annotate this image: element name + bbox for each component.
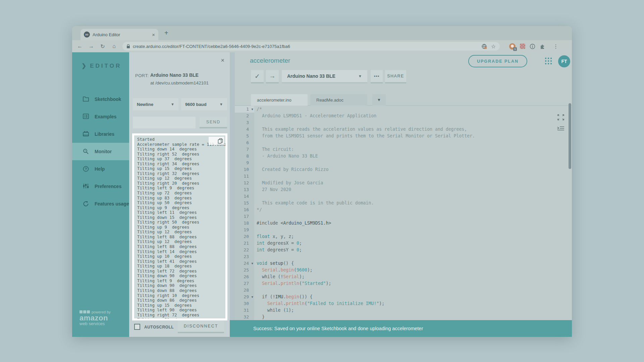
question-circle-icon: ?: [83, 166, 89, 172]
code-line[interactable]: 32 }: [235, 314, 572, 320]
serial-line: Tilting left 9 degrees: [137, 186, 225, 191]
code-line[interactable]: 29▼ if (!IMU.begin()) {: [235, 294, 572, 300]
code-line[interactable]: 10 Created by Riccardo Rizzo: [235, 166, 572, 173]
board-selector[interactable]: Arduino Nano 33 BLE▼: [282, 70, 367, 83]
upload-button[interactable]: →: [266, 70, 279, 83]
code-line[interactable]: 1▼/*: [235, 106, 572, 113]
close-panel-icon[interactable]: ×: [221, 57, 224, 64]
code-line[interactable]: 20float x, y, z;: [235, 233, 572, 240]
code-line[interactable]: 26 while (!Serial);: [235, 274, 572, 280]
code-line[interactable]: 11: [235, 173, 572, 180]
line-number: 11: [235, 173, 254, 180]
tab-close-icon[interactable]: ×: [152, 32, 155, 38]
browser-window: ∞ Arduino Editor × + ← → ↻ ⌂ create.ardu…: [72, 26, 572, 337]
code-line[interactable]: 27 Serial.println("Started");: [235, 280, 572, 287]
code-line[interactable]: 12 Modified by Jose García: [235, 180, 572, 186]
code-line[interactable]: 2 Arduino LSM9DS1 - Accelerometer Applic…: [235, 113, 572, 119]
info-icon[interactable]: [530, 44, 535, 49]
code-line[interactable]: 23: [235, 253, 572, 260]
more-actions-button[interactable]: •••: [371, 70, 383, 83]
sidebar-item-monitor[interactable]: Monitor: [72, 143, 129, 160]
code-line[interactable]: 9: [235, 160, 572, 166]
upgrade-plan-button[interactable]: UPGRADE PLAN: [468, 55, 527, 67]
disconnect-button[interactable]: DISCONNECT: [178, 320, 224, 333]
address-bar[interactable]: create.arduino.cc/editor/FT-CONTENT/cebb…: [122, 42, 500, 51]
line-number: 17: [235, 213, 254, 220]
browser-extensions-area: 1 ⋮: [505, 43, 558, 50]
browser-menu-icon[interactable]: ⋮: [553, 43, 558, 50]
code-line[interactable]: 7 The circuit:: [235, 146, 572, 153]
bookmark-star-icon[interactable]: ☆: [491, 43, 496, 50]
editor-scrollbar[interactable]: [569, 103, 571, 169]
tab-list-dropdown[interactable]: ▼: [372, 94, 386, 106]
share-button[interactable]: SHARE: [385, 70, 406, 83]
baud-rate-select[interactable]: 9600 baud▼: [181, 98, 227, 110]
code-line[interactable]: 24▼void setup() {: [235, 260, 572, 267]
back-icon[interactable]: ←: [77, 43, 83, 49]
extension-icon[interactable]: [520, 44, 525, 49]
user-avatar[interactable]: FT: [558, 55, 570, 67]
serial-line: Tilting up 9 degrees: [137, 225, 225, 230]
code-line[interactable]: 18#include <Arduino_LSM9DS1.h>: [235, 220, 572, 227]
extension-avatar-icon[interactable]: 1: [509, 43, 516, 50]
code-text: 27 Nov 2020: [254, 186, 572, 193]
sidebar-item-label: Examples: [95, 114, 116, 119]
code-line[interactable]: 19: [235, 227, 572, 233]
reload-icon[interactable]: ↻: [100, 43, 106, 50]
fullscreen-expand-icon[interactable]: [557, 114, 564, 120]
code-line[interactable]: 16*/: [235, 206, 572, 213]
code-line[interactable]: 6: [235, 139, 572, 146]
apps-grid-icon[interactable]: [544, 57, 553, 65]
line-ending-select[interactable]: Newline▼: [133, 98, 178, 110]
copy-output-button[interactable]: [209, 137, 224, 145]
code-line[interactable]: 5 from the LSM9DS1 sensor and prints the…: [235, 133, 572, 139]
code-text: [254, 139, 572, 146]
verify-button[interactable]: ✓: [251, 70, 264, 83]
chevron-down-icon: ▼: [358, 74, 362, 78]
code-text: if (!IMU.begin()) {: [254, 294, 572, 300]
sidebar-item-sketchbook[interactable]: Sketchbook: [72, 90, 129, 108]
code-line[interactable]: 3: [235, 119, 572, 126]
console-log-icon[interactable]: [557, 126, 565, 131]
code-line[interactable]: 31 while (1);: [235, 307, 572, 314]
send-button[interactable]: SEND: [200, 117, 227, 128]
autoscroll-checkbox[interactable]: [134, 324, 140, 330]
fold-arrow-icon[interactable]: ▼: [252, 294, 253, 300]
serial-line: Tilting right 20 degrees: [137, 181, 225, 186]
sidebar-item-features-usage[interactable]: Features usage: [72, 195, 129, 213]
code-line[interactable]: 14: [235, 193, 572, 200]
serial-output-box[interactable]: StartedAccelerometer sample rate = 119.0…: [132, 133, 227, 320]
code-view[interactable]: 1▼/*2 Arduino LSM9DS1 - Accelerometer Ap…: [235, 106, 572, 320]
file-tab[interactable]: ReadMe.adoc: [310, 94, 367, 106]
code-line[interactable]: 15 This example code is in the public do…: [235, 200, 572, 206]
serial-line: Tilting up 15 degrees: [137, 303, 225, 308]
sketch-title: accelerometer: [250, 57, 290, 64]
puzzle-extensions-icon[interactable]: [540, 44, 545, 49]
code-line[interactable]: 28: [235, 287, 572, 294]
code-line[interactable]: 8 - Arduino Nano 33 BLE: [235, 153, 572, 160]
code-line[interactable]: 17: [235, 213, 572, 220]
serial-send-input[interactable]: [133, 117, 196, 128]
code-line[interactable]: 22int degreesY = 0;: [235, 247, 572, 253]
line-number: 32: [235, 314, 254, 320]
fold-arrow-icon[interactable]: ▼: [252, 260, 253, 267]
fold-arrow-icon[interactable]: ▼: [252, 106, 253, 113]
code-line[interactable]: 30 Serial.println("Failed to initialize …: [235, 300, 572, 307]
browser-tab[interactable]: ∞ Arduino Editor ×: [80, 29, 158, 40]
home-icon[interactable]: ⌂: [111, 43, 117, 49]
file-tab[interactable]: accelerometer.ino: [251, 94, 308, 106]
forward-icon[interactable]: →: [88, 43, 94, 49]
new-tab-button[interactable]: +: [164, 29, 168, 37]
sidebar-item-examples[interactable]: Examples: [72, 108, 129, 125]
sidebar-item-preferences[interactable]: Preferences: [72, 178, 129, 195]
code-line[interactable]: 4 This example reads the acceleration va…: [235, 126, 572, 133]
code-line[interactable]: 25 Serial.begin(9600);: [235, 267, 572, 274]
globe-icon[interactable]: [481, 44, 487, 49]
code-line[interactable]: 13 27 Nov 2020: [235, 186, 572, 193]
sidebar-item-help[interactable]: ?Help: [72, 160, 129, 178]
code-line[interactable]: 21int degreesX = 0;: [235, 240, 572, 247]
sidebar-item-label: Libraries: [95, 131, 114, 137]
sidebar-item-label: Sketchbook: [95, 97, 121, 102]
code-text: from the LSM9DS1 sensor and prints them …: [254, 133, 572, 139]
sidebar-item-libraries[interactable]: Libraries: [72, 125, 129, 143]
